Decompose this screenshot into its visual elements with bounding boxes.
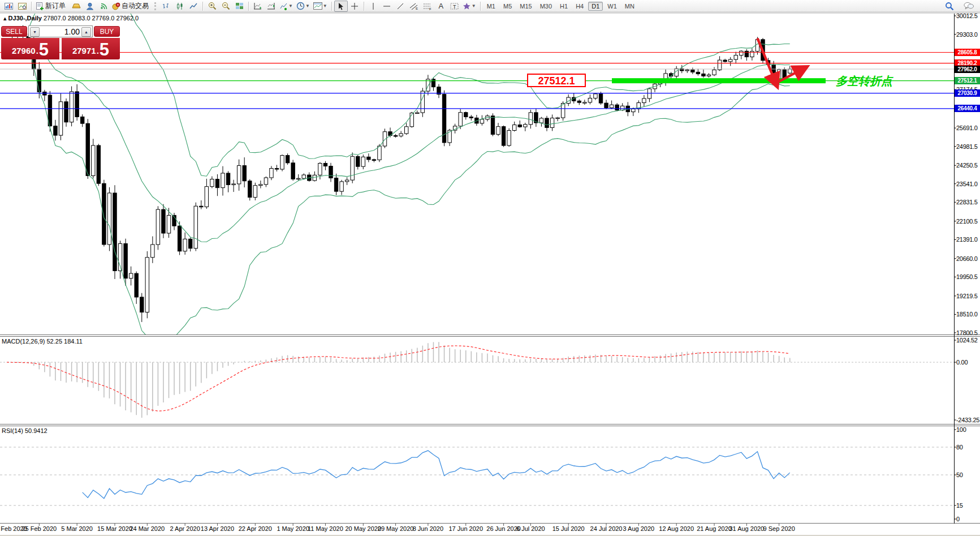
price-tick: 22100.5	[956, 218, 978, 225]
zoom-in-icon[interactable]	[205, 1, 219, 12]
signals-icon[interactable]	[97, 1, 110, 12]
profiles-icon[interactable]	[15, 1, 29, 12]
templates-icon[interactable]: ▼	[312, 1, 329, 12]
auto-trading-button[interactable]: 自动交易	[110, 1, 153, 12]
collapse-marker-icon[interactable]: ▴	[3, 15, 7, 22]
indicators-caret-icon[interactable]: ▼	[288, 3, 293, 8]
price-tick: 22831.5	[956, 199, 978, 205]
cursor-tool-icon[interactable]	[334, 1, 348, 12]
vertical-line-tool-icon[interactable]	[366, 1, 380, 12]
chart-ohlc-values: 27807.0 28083.0 27769.0 27962.0	[44, 15, 139, 22]
buy-price-display[interactable]: 27971.5	[62, 38, 120, 59]
tile-windows-icon[interactable]	[232, 1, 246, 12]
chart-title: ▴ DJ30-,Daily 27807.0 28083.0 27769.0 27…	[3, 15, 139, 22]
price-tick: 17800.5	[956, 329, 978, 336]
level-annotation-label[interactable]: 27512.1	[527, 74, 586, 87]
timeframe-h4-button[interactable]: H4	[572, 2, 587, 11]
zoom-out-icon[interactable]	[219, 1, 232, 12]
date-label: 26 Jun 2020	[486, 525, 521, 532]
price-tick: 29303.0	[956, 31, 978, 38]
auto-trading-label: 自动交易	[122, 1, 149, 11]
timeframe-d1-button[interactable]: D1	[588, 2, 603, 11]
price-tick: 30012.5	[956, 12, 978, 19]
price-tick: 21391.0	[956, 236, 978, 243]
gold-ingot-icon[interactable]	[70, 1, 83, 12]
chat-icon[interactable]	[962, 1, 975, 12]
chart-canvas[interactable]	[0, 0, 980, 536]
macd-tick: 1024.52	[956, 337, 978, 344]
macd-tick: 0.00	[956, 359, 968, 366]
timeframe-m1-button[interactable]: M1	[483, 2, 499, 11]
date-label: 9 Sep 2020	[763, 525, 795, 532]
new-chart-icon[interactable]	[2, 1, 15, 12]
date-label: 22 Apr 2020	[239, 525, 272, 532]
shapes-caret-icon[interactable]: ▼	[472, 3, 476, 8]
chart-symbol: DJ30-,Daily	[8, 15, 42, 22]
timeframe-h1-button[interactable]: H1	[556, 2, 571, 11]
periods-caret-icon[interactable]: ▼	[305, 3, 310, 8]
timeframe-mn-button[interactable]: MN	[621, 2, 638, 11]
price-tick: 24981.5	[956, 143, 978, 150]
timeframe-m5-button[interactable]: M5	[500, 2, 515, 11]
rsi-panel-series	[0, 447, 954, 505]
timeframe-w1-button[interactable]: W1	[604, 2, 620, 11]
date-label: 29 May 2020	[378, 525, 414, 532]
date-label: 24 Jul 2020	[590, 525, 623, 532]
rsi-tick: 0	[956, 516, 960, 522]
volume-decrease-button[interactable]: ▼	[30, 27, 40, 37]
templates-caret-icon[interactable]: ▼	[323, 3, 327, 8]
date-label: 31 Aug 2020	[729, 525, 764, 532]
shapes-tool-icon[interactable]: ▼	[461, 1, 478, 12]
rsi-tick: 100	[956, 426, 966, 433]
date-axis[interactable]: 15 Feb 202025 Feb 20205 Mar 202015 Mar 2…	[0, 525, 980, 534]
auto-scroll-icon[interactable]	[251, 1, 265, 12]
search-icon[interactable]	[943, 1, 956, 12]
date-label: 2 Apr 2020	[170, 525, 200, 532]
date-label: 1 May 2020	[277, 525, 309, 532]
price-line-label[interactable]: 27962.0	[955, 66, 980, 73]
rsi-indicator-label: RSI(14) 50.9412	[2, 427, 48, 434]
date-label: 15 Mar 2020	[97, 525, 132, 532]
date-label: 11 May 2020	[308, 525, 343, 532]
new-order-label: 新订单	[45, 1, 66, 11]
price-axis[interactable]: 30012.529303.027174.525691.024981.524250…	[955, 0, 980, 536]
price-line-label[interactable]: 28605.8	[955, 49, 980, 56]
line-chart-mode-icon[interactable]	[187, 1, 200, 12]
price-line-label[interactable]: 27030.9	[955, 89, 980, 97]
buy-button[interactable]: BUY	[94, 26, 120, 37]
crosshair-tool-icon[interactable]	[348, 1, 361, 12]
support-highlight-bar[interactable]	[612, 78, 826, 83]
timeframe-m30-button[interactable]: M30	[537, 2, 555, 11]
turning-point-annotation[interactable]: 多空转折点	[836, 74, 892, 89]
sell-button[interactable]: SELL	[1, 26, 27, 37]
new-order-button[interactable]: 新订单	[34, 1, 70, 12]
community-icon[interactable]	[83, 1, 97, 12]
buy-price-dot: .	[97, 44, 99, 58]
volume-increase-button[interactable]: ▲	[81, 27, 91, 37]
indicators-add-icon[interactable]: ▼	[278, 1, 295, 12]
price-line-label[interactable]: 27512.1	[955, 77, 980, 84]
buy-price-frac: 5	[100, 41, 109, 58]
volume-value[interactable]: 1.00	[64, 27, 80, 36]
timeframe-m15-button[interactable]: M15	[516, 2, 535, 11]
chart-shift-icon[interactable]	[265, 1, 278, 12]
date-label: 21 Aug 2020	[697, 525, 732, 532]
fibonacci-tool-icon[interactable]: F	[421, 1, 434, 12]
candlestick-mode-icon[interactable]	[173, 1, 187, 12]
horizontal-line-tool-icon[interactable]	[380, 1, 394, 12]
text-tool-icon[interactable]: A	[434, 1, 448, 12]
price-line-label[interactable]: 26440.4	[955, 105, 980, 112]
date-label: 6 Jul 2020	[516, 525, 545, 532]
sell-price-display[interactable]: 27960.5	[1, 38, 59, 59]
periods-icon[interactable]: ▼	[295, 1, 312, 12]
text-label-tool-icon[interactable]: T	[448, 1, 461, 12]
price-tick: 19219.5	[956, 293, 978, 299]
trend-arrow-down[interactable]	[757, 38, 775, 83]
svg-text:F: F	[429, 7, 431, 10]
channel-tool-icon[interactable]: E	[407, 1, 421, 12]
macd-panel-series	[0, 342, 954, 418]
svg-text:T: T	[453, 3, 456, 9]
volume-field[interactable]: ▼ 1.00 ▲	[28, 25, 93, 37]
trendline-tool-icon[interactable]	[394, 1, 407, 12]
bar-chart-mode-icon[interactable]	[159, 1, 173, 12]
